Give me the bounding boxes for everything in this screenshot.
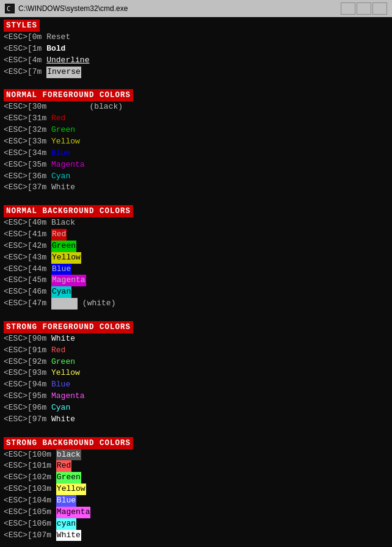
esc-42m-line: <ESC>[42m Green [4,241,388,252]
esc-33m-line: <ESC>[33m Yellow [4,136,388,148]
blank-5 [4,541,388,547]
esc-104m-line: <ESC>[104m Blue [4,495,388,507]
esc-40m-line: <ESC>[40m Black [4,217,388,229]
esc-36m-line: <ESC>[36m Cyan [4,171,388,183]
blank-3 [4,310,388,321]
esc-35m-line: <ESC>[35m Magenta [4,159,388,171]
esc-7m-line: <ESC>[7m Inverse [4,67,388,78]
esc-93m-line: <ESC>[93m Yellow [4,368,388,379]
titlebar-left: C C:\WINDOWS\system32\cmd.exe [5,4,128,13]
esc-96m-line: <ESC>[96m Cyan [4,402,388,414]
strong-bg-header-line: STRONG BACKGROUND COLORS [4,437,388,449]
styles-header: STYLES [4,20,40,32]
strong-bg-header: STRONG BACKGROUND COLORS [4,437,133,449]
svg-text:C: C [7,5,10,12]
esc-45m-line: <ESC>[45m Magenta [4,275,388,286]
window-title: C:\WINDOWS\system32\cmd.exe [18,4,128,13]
esc-97m-line: <ESC>[97m White [4,414,388,426]
strong-fg-header-line: STRONG FOREGROUND COLORS [4,321,388,333]
terminal-content[interactable]: STYLES <ESC>[0m Reset <ESC>[1m Bold <ESC… [0,17,392,547]
esc-37m-line: <ESC>[37m White [4,182,388,194]
esc-43m-line: <ESC>[43m Yellow [4,252,388,264]
titlebar: C C:\WINDOWS\system32\cmd.exe — □ ✕ [0,0,392,17]
esc-90m-line: <ESC>[90m White [4,333,388,345]
esc-105m-line: <ESC>[105m Magenta [4,507,388,518]
esc-0m-line: <ESC>[0m Reset [4,32,388,43]
esc-30m-line: <ESC>[30m (black) [4,101,388,113]
maximize-button[interactable]: □ [357,2,371,15]
close-button[interactable]: ✕ [372,2,387,15]
normal-fg-header: NORMAL FOREGROUND COLORS [4,89,133,101]
esc-106m-line: <ESC>[106m cyan [4,518,388,530]
esc-91m-line: <ESC>[91m Red [4,345,388,357]
blank-1 [4,78,388,90]
esc-34m-line: <ESC>[34m Blue [4,148,388,159]
esc-94m-line: <ESC>[94m Blue [4,379,388,391]
esc-92m-line: <ESC>[92m Green [4,357,388,368]
styles-header-line: STYLES [4,20,388,32]
window: C C:\WINDOWS\system32\cmd.exe — □ ✕ STYL… [0,0,392,547]
esc-101m-line: <ESC>[101m Red [4,460,388,472]
titlebar-controls: — □ ✕ [341,2,387,15]
esc-41m-line: <ESC>[41m Red [4,229,388,241]
normal-bg-header-line: NORMAL BACKGROUND COLORS [4,205,388,217]
esc-1m-line: <ESC>[1m Bold [4,43,388,55]
esc-47m-line: <ESC>[47m (white) [4,298,388,310]
minimize-button[interactable]: — [341,2,355,15]
strong-fg-header: STRONG FOREGROUND COLORS [4,321,133,333]
esc-46m-line: <ESC>[46m Cyan [4,286,388,298]
app-icon: C [5,4,15,13]
esc-103m-line: <ESC>[103m Yellow [4,484,388,495]
esc-32m-line: <ESC>[32m Green [4,125,388,136]
esc-31m-line: <ESC>[31m Red [4,113,388,125]
esc-44m-line: <ESC>[44m Blue [4,264,388,275]
blank-2 [4,194,388,205]
normal-bg-header: NORMAL BACKGROUND COLORS [4,205,133,217]
esc-107m-line: <ESC>[107m White [4,530,388,542]
esc-100m-line: <ESC>[100m black [4,449,388,461]
blank-4 [4,426,388,437]
esc-102m-line: <ESC>[102m Green [4,472,388,484]
esc-4m-line: <ESC>[4m Underline [4,55,388,67]
esc-95m-line: <ESC>[95m Magenta [4,391,388,402]
normal-fg-header-line: NORMAL FOREGROUND COLORS [4,89,388,101]
